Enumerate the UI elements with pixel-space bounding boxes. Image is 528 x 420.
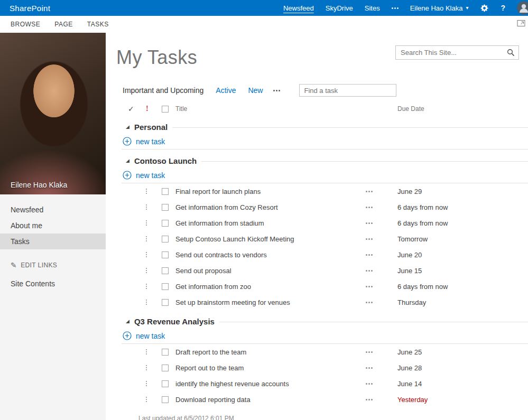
group-header[interactable]: ◢ Q3 Revenue Analysis [122,314,528,328]
new-task-button[interactable]: new task [122,167,528,183]
drag-handle-icon[interactable] [146,397,162,402]
drag-handle-icon[interactable] [146,349,162,354]
task-row: Get information from zoo 6 days from now [122,278,528,294]
views-ellipsis-icon[interactable] [273,90,280,91]
task-due-date: 6 days from now [397,219,528,227]
task-due-date: June 28 [397,364,528,372]
task-title[interactable]: Report out to the team [175,364,366,372]
task-checkbox[interactable] [162,251,169,258]
task-checkbox[interactable] [162,349,169,356]
task-list: Final report for launch plans June 29 Ge… [122,183,528,310]
task-row: identify the highest revenue accounts Ju… [122,376,528,391]
task-row: Send out contracts to vendors June 20 [122,247,528,263]
task-checkbox[interactable] [162,365,169,371]
task-title[interactable]: Set up brainstorm meeting for venues [175,298,366,306]
drag-handle-icon[interactable] [146,284,162,289]
task-title[interactable]: Final report for launch plans [175,188,366,195]
task-checkbox[interactable] [162,396,169,403]
suite-link-sites[interactable]: Sites [365,4,380,12]
task-ellipsis-menu-icon[interactable] [366,286,397,287]
tab-page[interactable]: PAGE [54,21,72,28]
task-title[interactable]: Get information from Cozy Resort [175,203,366,211]
task-checkbox[interactable] [162,267,169,274]
task-due-date: June 20 [397,251,528,259]
drag-handle-icon[interactable] [146,268,162,273]
task-title[interactable]: Download reporting data [175,396,366,404]
task-ellipsis-menu-icon[interactable] [366,399,397,400]
search-icon[interactable] [507,49,515,59]
task-title[interactable]: Setup Contoso Launch Kickoff Meeting [175,235,366,243]
focus-on-content-icon[interactable] [517,20,525,29]
new-task-label: new task [136,332,165,340]
drag-handle-icon[interactable] [146,252,162,257]
edit-links-button[interactable]: ✎ EDIT LINKS [0,259,106,272]
title-column-header[interactable]: Title [175,105,366,113]
tab-browse[interactable]: BROWSE [11,21,40,28]
task-ellipsis-menu-icon[interactable] [366,238,397,240]
user-menu[interactable]: Eilene Hao Klaka ▾ [410,4,469,12]
drag-handle-icon[interactable] [146,220,162,226]
view-active[interactable]: Active [216,86,236,95]
view-new[interactable]: New [248,86,263,95]
task-group: ◢ Contoso Launch new task Final report f… [122,154,528,310]
user-avatar-icon[interactable] [517,1,528,15]
task-ellipsis-menu-icon[interactable] [366,207,397,208]
task-checkbox[interactable] [162,220,169,227]
task-title[interactable]: Send out contracts to vendors [175,251,366,259]
task-checkbox[interactable] [162,188,169,195]
suite-link-newsfeed[interactable]: Newsfeed [283,4,314,12]
new-task-button[interactable]: new task [122,328,528,344]
task-row: Download reporting data Yesterday [122,391,528,407]
due-date-column-header[interactable]: Due Date [397,105,528,113]
settings-gear-icon[interactable] [480,4,489,13]
new-task-label: new task [136,137,165,146]
collapse-triangle-icon[interactable]: ◢ [126,319,129,324]
drag-handle-icon[interactable] [146,236,162,241]
sidebar-item-about-me[interactable]: About me [0,218,106,234]
sharepoint-logo[interactable]: SharePoint [10,4,50,13]
task-checkbox[interactable] [162,283,169,290]
tab-tasks[interactable]: TASKS [87,21,109,28]
sidebar-item-newsfeed[interactable]: Newsfeed [0,202,106,218]
group-name: Q3 Revenue Analysis [134,317,215,326]
select-all-checkbox[interactable] [162,106,169,113]
drag-handle-icon[interactable] [146,189,162,194]
task-checkbox[interactable] [162,236,169,242]
task-ellipsis-menu-icon[interactable] [366,222,397,224]
task-ellipsis-menu-icon[interactable] [366,351,397,353]
find-task-input[interactable] [299,84,396,97]
collapse-triangle-icon[interactable]: ◢ [126,125,129,129]
help-icon[interactable]: ? [501,4,505,12]
drag-handle-icon[interactable] [146,204,162,210]
sidebar-item-site-contents[interactable]: Site Contents [0,276,106,292]
task-ellipsis-menu-icon[interactable] [366,270,397,272]
important-column-icon[interactable]: ! [146,105,162,113]
collapse-triangle-icon[interactable]: ◢ [126,158,129,163]
task-title[interactable]: Get information from stadium [175,219,366,227]
search-input[interactable] [395,45,519,60]
task-title[interactable]: Draft report to the team [175,348,366,356]
new-task-button[interactable]: new task [122,134,528,150]
group-header[interactable]: ◢ Personal [122,120,528,134]
sidebar-item-tasks[interactable]: Tasks [0,234,106,249]
task-ellipsis-menu-icon[interactable] [366,367,397,369]
task-checkbox[interactable] [162,299,169,306]
task-title[interactable]: Get information from zoo [175,283,366,291]
task-checkbox[interactable] [162,380,169,387]
task-checkbox[interactable] [162,204,169,211]
task-due-date: June 29 [397,188,528,195]
task-title[interactable]: identify the highest revenue accounts [175,380,366,388]
group-header[interactable]: ◢ Contoso Launch [122,154,528,167]
task-ellipsis-menu-icon[interactable] [366,302,397,303]
suite-ellipsis-icon[interactable] [392,7,399,9]
view-important-and-upcoming[interactable]: Important and Upcoming [123,86,203,95]
completed-column-icon[interactable]: ✓ [128,105,146,113]
drag-handle-icon[interactable] [146,381,162,386]
drag-handle-icon[interactable] [146,365,162,370]
task-ellipsis-menu-icon[interactable] [366,191,397,192]
task-ellipsis-menu-icon[interactable] [366,383,397,385]
suite-link-skydrive[interactable]: SkyDrive [326,4,353,12]
task-ellipsis-menu-icon[interactable] [366,254,397,256]
drag-handle-icon[interactable] [146,300,162,305]
task-title[interactable]: Send out proposal [175,267,366,275]
